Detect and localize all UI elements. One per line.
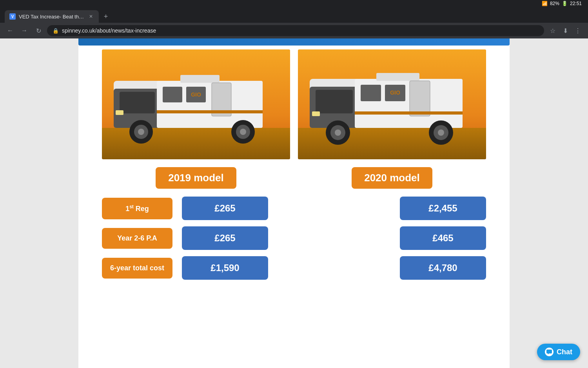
svg-point-16 xyxy=(240,129,246,135)
svg-rect-10 xyxy=(157,110,263,113)
tab-title: VED Tax Increase- Beat the T xyxy=(19,14,85,20)
svg-rect-26 xyxy=(361,85,381,101)
svg-rect-7 xyxy=(163,87,182,102)
page-content: GIO 2019 model xyxy=(0,38,588,368)
chat-label: Chat xyxy=(557,348,572,356)
price-2020-year-2-6: £465 xyxy=(400,226,486,250)
right-year-2-6-row: £465 xyxy=(400,226,486,250)
content-wrapper: GIO 2019 model xyxy=(78,38,510,368)
chat-button[interactable]: Chat xyxy=(537,344,580,360)
vehicle-comparison-images: GIO 2019 model xyxy=(78,46,510,189)
forward-button[interactable]: → xyxy=(19,25,30,36)
svg-rect-17 xyxy=(116,110,123,115)
six-year-row: 6-year total cost £1,590 xyxy=(102,256,268,280)
svg-point-35 xyxy=(438,129,444,136)
url-text: spinney.co.uk/about/news/tax-increase xyxy=(62,27,156,34)
tab-close-button[interactable]: ✕ xyxy=(88,13,94,20)
svg-marker-39 xyxy=(548,353,549,354)
svg-rect-28 xyxy=(410,81,430,116)
browser-chrome: 📶 82% 🔋 22:51 V VED Tax Increase- Beat t… xyxy=(0,0,588,38)
right-price-section: £2,455 £465 £4,780 xyxy=(400,197,486,280)
motorhome-svg-2019: GIO xyxy=(102,49,290,159)
first-reg-label: 1st Reg xyxy=(102,198,172,219)
model-badge-2019: 2019 model xyxy=(156,167,236,189)
svg-rect-36 xyxy=(312,111,320,116)
middle-spacer xyxy=(268,197,400,280)
svg-point-32 xyxy=(335,129,341,136)
time-display: 22:51 xyxy=(570,1,582,6)
year-2-6-label: Year 2-6 P.A xyxy=(102,228,172,249)
vehicle-image-2019: GIO xyxy=(102,49,290,159)
address-bar[interactable]: 🔒 spinney.co.uk/about/news/tax-increase xyxy=(47,25,544,36)
new-tab-button[interactable]: + xyxy=(100,11,111,22)
svg-text:GIO: GIO xyxy=(390,89,400,96)
six-year-label: 6-year total cost xyxy=(102,258,172,279)
back-button[interactable]: ← xyxy=(5,25,16,36)
bookmark-button[interactable]: ☆ xyxy=(547,25,558,36)
battery-icon: 🔋 xyxy=(562,1,568,6)
menu-button[interactable]: ⋮ xyxy=(572,25,583,36)
price-comparison-section: 1st Reg £265 Year 2-6 P.A £265 6-year to… xyxy=(78,189,510,280)
wifi-icon: 📶 xyxy=(542,1,548,6)
svg-rect-25 xyxy=(376,73,419,81)
svg-text:GIO: GIO xyxy=(191,91,201,98)
tab-bar: V VED Tax Increase- Beat the T ✕ + xyxy=(0,7,588,23)
price-2019-first-reg: £265 xyxy=(182,197,268,220)
status-icons: 📶 82% 🔋 22:51 xyxy=(542,1,582,6)
svg-point-13 xyxy=(138,129,144,135)
svg-rect-4 xyxy=(120,92,155,113)
download-button[interactable]: ⬇ xyxy=(560,25,571,36)
model-badge-2020: 2020 model xyxy=(352,167,432,189)
motorhome-svg-2020: GIO xyxy=(298,49,486,159)
svg-rect-6 xyxy=(180,75,220,83)
svg-rect-29 xyxy=(355,111,463,115)
year-2-6-row: Year 2-6 P.A £265 xyxy=(102,226,268,250)
first-reg-row: 1st Reg £265 xyxy=(102,197,268,220)
blue-top-bar xyxy=(78,38,510,46)
active-tab[interactable]: V VED Tax Increase- Beat the T ✕ xyxy=(5,10,99,23)
vehicle-column-right: GIO 2020 model xyxy=(294,49,490,189)
svg-rect-38 xyxy=(546,350,552,353)
tab-favicon: V xyxy=(9,13,16,20)
address-actions: ☆ ⬇ ⋮ xyxy=(547,25,583,36)
vehicle-image-2020: GIO xyxy=(298,49,486,159)
right-six-year-row: £4,780 xyxy=(400,256,486,280)
chat-bubble-icon xyxy=(546,350,552,354)
price-2020-six-year: £4,780 xyxy=(400,256,486,280)
status-bar: 📶 82% 🔋 22:51 xyxy=(0,0,588,7)
battery-percentage: 82% xyxy=(550,1,559,6)
refresh-button[interactable]: ↻ xyxy=(33,25,44,36)
vehicle-column-left: GIO 2019 model xyxy=(98,49,294,189)
lock-icon: 🔒 xyxy=(53,28,59,34)
left-price-section: 1st Reg £265 Year 2-6 P.A £265 6-year to… xyxy=(102,197,268,280)
price-2019-year-2-6: £265 xyxy=(182,226,268,250)
right-first-reg-row: £2,455 xyxy=(400,197,486,220)
chat-icon xyxy=(545,348,554,356)
price-2019-six-year: £1,590 xyxy=(182,256,268,280)
svg-rect-23 xyxy=(316,90,353,113)
address-bar-row: ← → ↻ 🔒 spinney.co.uk/about/news/tax-inc… xyxy=(0,23,588,38)
price-2020-first-reg: £2,455 xyxy=(400,197,486,220)
